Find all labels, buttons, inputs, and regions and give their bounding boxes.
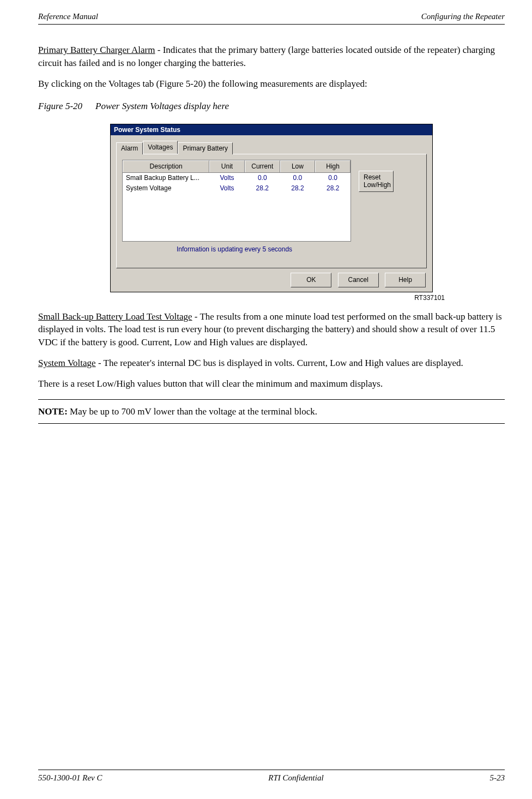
table-row[interactable]: System Voltage Volts 28.2 28.2 28.2 xyxy=(123,183,350,194)
system-voltage-text: - The repeater's internal DC bus is disp… xyxy=(96,358,463,368)
col-header-unit[interactable]: Unit xyxy=(209,160,245,172)
dialog-button-row: OK Cancel Help xyxy=(116,268,427,287)
footer-left: 550-1300-01 Rev C xyxy=(38,772,102,784)
paragraph-reset-info: There is a reset Low/High values button … xyxy=(38,377,505,391)
reset-low-high-button[interactable]: Reset Low/High xyxy=(359,171,394,192)
dialog-title: Power System Status xyxy=(114,126,180,134)
col-header-description[interactable]: Description xyxy=(123,160,209,172)
help-button[interactable]: Help xyxy=(385,273,426,287)
row1-current: 28.2 xyxy=(245,183,280,194)
row1-unit: Volts xyxy=(209,183,245,194)
tab-voltages[interactable]: Voltages xyxy=(143,141,178,154)
grid-header: Description Unit Current Low High xyxy=(123,160,350,173)
dialog-titlebar: Power System Status xyxy=(111,124,432,135)
small-backup-label: Small Back-up Battery Load Test Voltage xyxy=(38,311,192,322)
cancel-button[interactable]: Cancel xyxy=(338,273,379,287)
row1-high: 28.2 xyxy=(315,183,350,194)
page-footer: 550-1300-01 Rev C RTI Confidential 5-23 xyxy=(38,770,505,784)
voltages-grid[interactable]: Description Unit Current Low High Small … xyxy=(122,160,351,242)
paragraph-primary-battery: Primary Battery Charger Alarm - Indicate… xyxy=(38,44,505,70)
paragraph-small-backup: Small Back-up Battery Load Test Voltage … xyxy=(38,310,505,349)
footer-center: RTI Confidential xyxy=(268,772,323,784)
note-label: NOTE: xyxy=(38,406,68,417)
page-header: Reference Manual Configuring the Repeate… xyxy=(38,11,505,25)
power-system-dialog: Power System Status Alarm Voltages Prima… xyxy=(110,124,433,292)
row0-low: 0.0 xyxy=(280,173,316,183)
col-header-low[interactable]: Low xyxy=(280,160,316,172)
system-voltage-label: System Voltage xyxy=(38,358,96,368)
row1-low: 28.2 xyxy=(280,183,316,194)
header-right: Configuring the Repeater xyxy=(421,11,505,22)
note-text: May be up to 700 mV lower than the volta… xyxy=(68,406,317,417)
row0-desc: Small Backup Battery L... xyxy=(123,173,209,183)
row0-current: 0.0 xyxy=(245,173,280,183)
tab-panel-voltages: Description Unit Current Low High Small … xyxy=(116,154,427,268)
figure-title: Power System Voltages display here xyxy=(95,101,229,111)
tab-alarm[interactable]: Alarm xyxy=(116,142,143,154)
col-header-high[interactable]: High xyxy=(315,160,350,172)
note: NOTE: May be up to 700 mV lower than the… xyxy=(38,405,505,418)
note-rule-top xyxy=(38,399,505,400)
row1-desc: System Voltage xyxy=(123,183,209,194)
info-update-text: Information is updating every 5 seconds xyxy=(177,245,421,254)
row0-high: 0.0 xyxy=(315,173,350,183)
footer-right: 5-23 xyxy=(489,772,505,784)
figure-caption: Figure 5-20Power System Voltages display… xyxy=(38,100,505,113)
row0-unit: Volts xyxy=(209,173,245,183)
paragraph-system-voltage: System Voltage - The repeater's internal… xyxy=(38,357,505,370)
note-rule-bottom xyxy=(38,423,505,424)
figure-screenshot: Power System Status Alarm Voltages Prima… xyxy=(38,124,505,302)
tab-primary-battery[interactable]: Primary Battery xyxy=(178,142,233,154)
paragraph-click-voltages: By clicking on the Voltages tab (Figure … xyxy=(38,77,505,91)
tab-strip: Alarm Voltages Primary Battery xyxy=(116,141,427,154)
primary-battery-label: Primary Battery Charger Alarm xyxy=(38,45,155,55)
header-left: Reference Manual xyxy=(38,11,98,22)
col-header-current[interactable]: Current xyxy=(245,160,280,172)
figure-number: Figure 5-20 xyxy=(38,101,82,111)
table-row[interactable]: Small Backup Battery L... Volts 0.0 0.0 … xyxy=(123,173,350,183)
figure-id: RT337101 xyxy=(38,293,445,303)
ok-button[interactable]: OK xyxy=(291,273,331,287)
